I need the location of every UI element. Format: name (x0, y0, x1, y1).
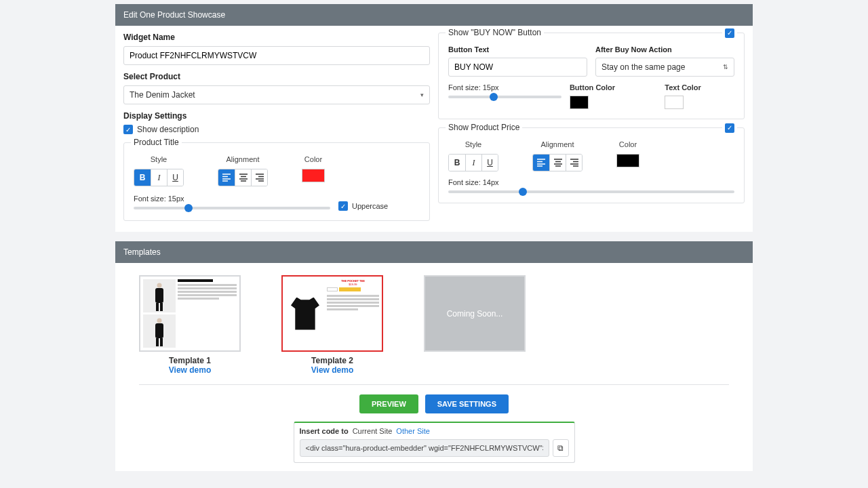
title-style-group: B I U (134, 169, 184, 186)
show-description-label: Show description (137, 125, 199, 134)
title-font-label: Font size: 15px (134, 195, 330, 203)
svg-point-4 (157, 319, 162, 323)
insert-code-label: Insert code to (300, 427, 349, 435)
title-color-label: Color (304, 155, 322, 163)
template-1-view-demo[interactable]: View demo (169, 365, 211, 375)
uppercase-checkbox[interactable]: ✓ (338, 201, 348, 211)
button-color-label: Button Color (570, 83, 656, 92)
template-2-name: Template 2 (281, 356, 383, 365)
price-font-slider[interactable] (448, 190, 734, 193)
align-left-button[interactable] (218, 169, 235, 186)
price-underline-button[interactable]: U (481, 155, 498, 171)
underline-button[interactable]: U (167, 169, 183, 186)
embed-code-input[interactable] (300, 439, 549, 457)
edit-panel-header: Edit One Product Showcase (115, 4, 753, 26)
bold-button[interactable]: B (134, 169, 151, 186)
display-settings-label: Display Settings (123, 111, 430, 121)
copy-code-button[interactable]: ⧉ (553, 439, 569, 457)
svg-point-0 (157, 283, 162, 288)
product-title-card-title: Product Title (131, 138, 182, 147)
title-color-swatch[interactable] (302, 169, 325, 182)
buynow-font-label: Font size: 15px (448, 83, 561, 92)
price-align-label: Alignment (541, 140, 574, 148)
button-color-swatch[interactable] (570, 96, 589, 109)
price-style-label: Style (465, 140, 481, 148)
price-bold-button[interactable]: B (449, 155, 465, 171)
uppercase-label: Uppercase (352, 202, 388, 210)
svg-rect-6 (156, 338, 159, 346)
template-coming-soon: Coming Soon... (424, 275, 526, 352)
tab-current-site[interactable]: Current Site (353, 427, 393, 435)
copy-icon: ⧉ (557, 443, 564, 453)
price-card-title: Show Product Price (446, 123, 522, 132)
title-style-label: Style (151, 155, 167, 163)
price-align-center-button[interactable] (549, 155, 566, 171)
svg-rect-3 (160, 303, 163, 311)
chevron-down-icon: ▾ (420, 92, 424, 98)
price-align-right-button[interactable] (566, 155, 582, 171)
templates-panel-header: Templates (115, 241, 753, 263)
tab-other-site[interactable]: Other Site (396, 427, 430, 435)
price-style-group: B I U (448, 154, 498, 171)
price-color-swatch[interactable] (616, 154, 639, 167)
widget-name-label: Widget Name (123, 33, 430, 42)
show-description-checkbox[interactable]: ✓ (123, 125, 133, 134)
preview-button[interactable]: PREVIEW (359, 394, 418, 413)
text-color-swatch[interactable] (665, 96, 684, 109)
select-arrows-icon: ⇅ (723, 64, 728, 70)
price-align-group (532, 154, 583, 171)
button-text-label: Button Text (448, 45, 587, 54)
title-align-group (218, 169, 268, 186)
price-align-left-button[interactable] (533, 155, 549, 171)
title-align-label: Alignment (226, 155, 260, 163)
italic-button[interactable]: I (151, 169, 167, 186)
price-color-label: Color (619, 140, 637, 148)
embed-code-panel: Insert code to Current Site Other Site ⧉ (294, 422, 575, 463)
save-settings-button[interactable]: SAVE SETTINGS (425, 394, 509, 413)
template-1-name: Template 1 (139, 356, 241, 365)
buynow-card-title: Show "BUY NOW" Button (446, 28, 544, 37)
text-color-label: Text Color (665, 83, 734, 92)
svg-rect-1 (155, 288, 163, 303)
select-product-label: Select Product (123, 72, 430, 81)
align-center-button[interactable] (235, 169, 251, 186)
title-font-slider[interactable] (134, 207, 330, 209)
select-product-dropdown[interactable]: The Denim Jacket ▾ (123, 85, 430, 104)
buynow-font-slider[interactable] (448, 96, 561, 98)
template-2-view-demo[interactable]: View demo (311, 365, 353, 375)
svg-rect-5 (155, 323, 163, 338)
template-2-thumb[interactable]: THE POCKET TEE $19.99 (281, 275, 383, 352)
after-action-value: Stay on the same page (601, 62, 685, 72)
button-text-input[interactable] (448, 58, 587, 77)
widget-name-input[interactable] (123, 46, 430, 65)
svg-rect-7 (160, 338, 163, 346)
template-1-thumb[interactable] (139, 275, 241, 352)
svg-rect-2 (156, 303, 159, 311)
select-product-value: The Denim Jacket (130, 90, 195, 100)
price-toggle-checkbox[interactable]: ✓ (725, 123, 734, 133)
after-action-select[interactable]: Stay on the same page ⇅ (595, 58, 734, 77)
price-italic-button[interactable]: I (465, 155, 481, 171)
buynow-toggle-checkbox[interactable]: ✓ (725, 28, 734, 38)
after-action-label: After Buy Now Action (595, 45, 734, 54)
price-font-label: Font size: 14px (448, 178, 734, 186)
align-right-button[interactable] (251, 169, 267, 186)
